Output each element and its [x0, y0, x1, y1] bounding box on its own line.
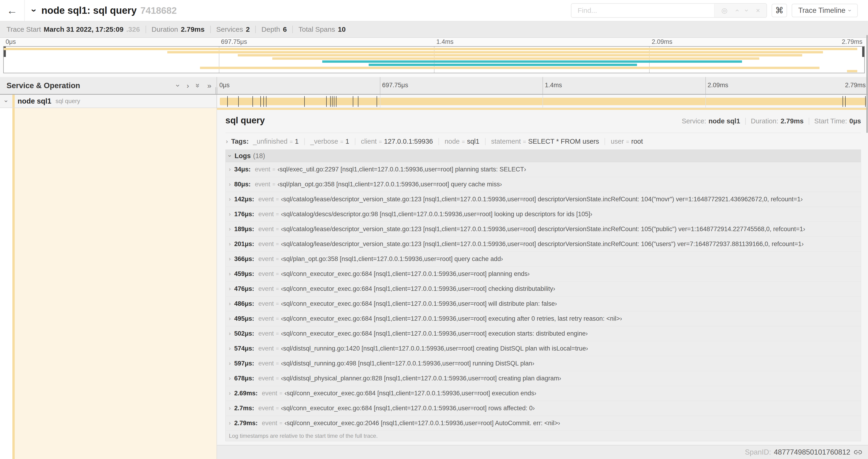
depth-value: 6 [283, 25, 287, 33]
log-expand-chevron-icon[interactable]: › [229, 181, 231, 188]
trace-view-selector[interactable]: Trace Timeline › [792, 4, 858, 17]
locate-icon[interactable]: ◎ [721, 7, 727, 14]
log-marker-tick [227, 96, 228, 107]
gridline [705, 95, 706, 107]
log-expand-chevron-icon[interactable]: › [229, 271, 231, 277]
prev-match-icon[interactable]: › [733, 9, 740, 12]
log-expand-chevron-icon[interactable]: › [229, 405, 231, 412]
clear-search-icon[interactable]: × [756, 7, 760, 14]
trace-collapse-chevron-icon[interactable]: › [30, 9, 39, 12]
log-timestamp: 2.69ms: [234, 390, 258, 397]
collapse-deep-icon[interactable]: » [194, 84, 202, 88]
expand-all-icon[interactable]: » [207, 82, 211, 89]
minimap-span-bar [238, 54, 802, 57]
span-row-timeline-cell [217, 95, 868, 108]
tag-value: 1 [346, 138, 349, 145]
log-expand-chevron-icon[interactable]: › [229, 316, 231, 322]
log-expand-chevron-icon[interactable]: › [229, 256, 231, 262]
next-match-icon[interactable]: › [743, 9, 750, 12]
log-row[interactable]: ›459μs:event=‹sql/conn_executor_exec.go:… [226, 267, 861, 282]
divider [146, 26, 146, 33]
log-expand-chevron-icon[interactable]: › [229, 330, 231, 337]
log-expand-chevron-icon[interactable]: › [229, 286, 231, 292]
log-marker-tick [845, 96, 846, 107]
log-row[interactable]: ›597μs:event=‹sql/distsql_running.go:498… [226, 356, 861, 371]
column-resizer-grip[interactable] [215, 87, 218, 94]
detail-left-column [0, 108, 217, 459]
page-scrollbar[interactable] [866, 35, 868, 133]
log-marker-tick [377, 96, 377, 107]
time-tick-label: 697.75μs [382, 81, 408, 89]
log-timestamp: 486μs: [234, 300, 254, 307]
log-row[interactable]: ›2.69ms:event=‹sql/conn_executor_exec.go… [226, 386, 861, 401]
log-expand-chevron-icon[interactable]: › [229, 346, 231, 352]
log-row[interactable]: ›201μs:event=‹sql/catalog/lease/descript… [226, 237, 861, 252]
find-input[interactable] [571, 4, 714, 17]
equals-sign: = [276, 301, 279, 307]
log-row[interactable]: ›34μs:event=‹sql/exec_util.go:2297 [nsql… [226, 162, 861, 177]
log-row[interactable]: ›142μs:event=‹sql/catalog/lease/descript… [226, 192, 861, 207]
tag-key: _verbose [310, 138, 338, 145]
header-actions: ◎ › › × ⌘ Trace Timeline › [571, 3, 868, 18]
span-overview: Service: node sql1 Duration: 2.79ms Star… [682, 117, 861, 125]
logs-header[interactable]: › Logs (18) [226, 150, 861, 162]
span-collapse-chevron-icon[interactable]: › [3, 100, 9, 102]
expand-one-icon[interactable]: › [187, 82, 189, 89]
log-timestamp: 495μs: [234, 315, 254, 322]
log-field-key: event [258, 330, 274, 337]
log-expand-chevron-icon[interactable]: › [229, 390, 231, 396]
logs-collapse-chevron-icon[interactable]: › [227, 155, 233, 157]
log-expand-chevron-icon[interactable]: › [229, 166, 231, 173]
equals-sign: = [626, 139, 629, 145]
deep-link-icon[interactable] [854, 448, 862, 456]
back-button[interactable]: ← [0, 0, 25, 21]
keyboard-shortcuts-button[interactable]: ⌘ [772, 4, 787, 17]
collapse-all-icon[interactable]: › [175, 84, 182, 87]
time-tick-label: 2.09ms [652, 38, 673, 45]
log-row[interactable]: ›495μs:event=‹sql/conn_executor_exec.go:… [226, 312, 861, 326]
log-row[interactable]: ›176μs:event=‹sql/catalog/descs/descript… [226, 207, 861, 222]
log-row[interactable]: ›574μs:event=‹sql/distsql_running.go:142… [226, 341, 861, 356]
log-expand-chevron-icon[interactable]: › [229, 241, 231, 247]
logs-accordian: › Logs (18) ›34μs:event=‹sql/exec_util.g… [225, 150, 861, 441]
trace-start-fraction: .326 [126, 25, 140, 33]
log-row[interactable]: ›2.79ms:event=‹sql/conn_executor_exec.go… [226, 416, 861, 431]
log-field-key: event [258, 345, 274, 352]
log-row[interactable]: ›80μs:event=‹sql/plan_opt.go:358 [nsql1,… [226, 177, 861, 192]
span-duration-bar[interactable] [220, 98, 866, 105]
tag-value: 127.0.0.1:59936 [384, 138, 433, 145]
service-operation-header: Service & Operation › › » » [0, 77, 217, 94]
equals-sign: = [379, 139, 382, 145]
gridline [380, 95, 380, 107]
log-row[interactable]: ›502μs:event=‹sql/conn_executor_exec.go:… [226, 326, 861, 341]
trace-start-value: March 31 2022, 17:25:09 [43, 25, 123, 33]
log-expand-chevron-icon[interactable]: › [229, 360, 231, 367]
log-expand-chevron-icon[interactable]: › [229, 420, 231, 426]
log-expand-chevron-icon[interactable]: › [229, 226, 231, 232]
log-row[interactable]: ›189μs:event=‹sql/catalog/lease/descript… [226, 222, 861, 237]
trace-minimap[interactable]: 0μs697.75μs1.4ms2.09ms2.79ms [0, 38, 868, 77]
tag-key: node [444, 138, 460, 145]
minimap-right-scrubber[interactable] [862, 47, 864, 57]
log-row[interactable]: ›486μs:event=‹sql/conn_executor_exec.go:… [226, 296, 861, 312]
log-row[interactable]: ›366μs:event=‹sql/plan_opt.go:358 [nsql1… [226, 252, 861, 267]
log-expand-chevron-icon[interactable]: › [229, 196, 231, 202]
tag-key: client [361, 138, 377, 145]
log-marker-tick [353, 96, 353, 107]
log-row[interactable]: ›476μs:event=‹sql/conn_executor_exec.go:… [226, 282, 861, 296]
log-expand-chevron-icon[interactable]: › [229, 375, 231, 382]
log-expand-chevron-icon[interactable]: › [229, 211, 231, 217]
divider [255, 26, 256, 33]
divider [438, 138, 439, 145]
log-expand-chevron-icon[interactable]: › [229, 301, 231, 307]
tags-summary-row[interactable]: › Tags: _unfinished=1_verbose=1client=12… [225, 133, 861, 149]
minimap-graph[interactable] [3, 46, 865, 73]
time-tick-label: 0μs [6, 38, 16, 45]
log-row[interactable]: ›2.7ms:event=‹sql/conn_executor_exec.go:… [226, 401, 861, 416]
tags-expand-chevron-icon[interactable]: › [226, 138, 228, 145]
log-timestamp: 80μs: [234, 181, 251, 188]
log-timestamp: 201μs: [234, 240, 254, 248]
span-detail-accent-border [217, 108, 868, 110]
log-row[interactable]: ›678μs:event=‹sql/distsql_physical_plann… [226, 371, 861, 386]
span-row-name-cell[interactable]: › node sql1 sql query [0, 95, 217, 108]
